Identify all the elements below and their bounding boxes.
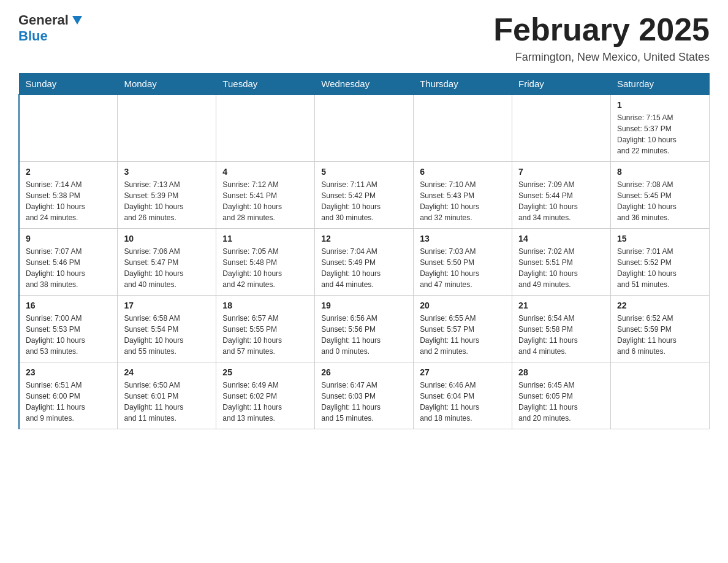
day-info: Sunrise: 7:09 AMSunset: 5:44 PMDaylight:… xyxy=(518,179,604,223)
day-cell: 21Sunrise: 6:54 AMSunset: 5:58 PMDayligh… xyxy=(512,296,611,362)
day-number: 22 xyxy=(617,301,703,310)
day-cell: 19Sunrise: 6:56 AMSunset: 5:56 PMDayligh… xyxy=(315,296,414,362)
day-info: Sunrise: 6:45 AMSunset: 6:05 PMDaylight:… xyxy=(518,380,604,424)
day-cell: 8Sunrise: 7:08 AMSunset: 5:45 PMDaylight… xyxy=(611,162,710,229)
logo-blue-text: Blue xyxy=(18,28,48,44)
title-block: February 2025 Farmington, New Mexico, Un… xyxy=(85,12,710,64)
day-number: 17 xyxy=(124,301,210,310)
day-info: Sunrise: 6:46 AMSunset: 6:04 PMDaylight:… xyxy=(420,380,506,424)
day-info: Sunrise: 7:12 AMSunset: 5:41 PMDaylight:… xyxy=(222,179,308,223)
day-number: 10 xyxy=(124,234,210,243)
calendar-header: SundayMondayTuesdayWednesdayThursdayFrid… xyxy=(19,74,710,95)
day-number: 13 xyxy=(420,234,506,243)
main-title: February 2025 xyxy=(85,12,710,47)
day-cell: 22Sunrise: 6:52 AMSunset: 5:59 PMDayligh… xyxy=(611,296,710,362)
day-info: Sunrise: 7:03 AMSunset: 5:50 PMDaylight:… xyxy=(420,246,506,290)
day-cell: 14Sunrise: 7:02 AMSunset: 5:51 PMDayligh… xyxy=(512,229,611,296)
day-info: Sunrise: 7:08 AMSunset: 5:45 PMDaylight:… xyxy=(617,179,703,223)
day-number: 14 xyxy=(518,234,604,243)
day-cell: 5Sunrise: 7:11 AMSunset: 5:42 PMDaylight… xyxy=(315,162,414,229)
day-info: Sunrise: 6:54 AMSunset: 5:58 PMDaylight:… xyxy=(518,313,604,357)
day-cell xyxy=(611,362,710,429)
page-header: General Blue February 2025 Farmington, N… xyxy=(18,12,710,64)
day-cell: 24Sunrise: 6:50 AMSunset: 6:01 PMDayligh… xyxy=(118,362,216,429)
day-number: 7 xyxy=(518,167,604,177)
day-number: 23 xyxy=(26,367,111,377)
day-number: 2 xyxy=(26,167,111,177)
day-cell: 27Sunrise: 6:46 AMSunset: 6:04 PMDayligh… xyxy=(414,362,512,429)
day-number: 6 xyxy=(420,167,506,177)
day-info: Sunrise: 7:15 AMSunset: 5:37 PMDaylight:… xyxy=(617,112,703,156)
day-number: 4 xyxy=(222,167,308,177)
day-info: Sunrise: 6:58 AMSunset: 5:54 PMDaylight:… xyxy=(124,313,210,357)
header-wednesday: Wednesday xyxy=(315,74,414,95)
day-number: 25 xyxy=(222,367,308,377)
day-cell: 3Sunrise: 7:13 AMSunset: 5:39 PMDaylight… xyxy=(118,162,216,229)
logo-container: General Blue xyxy=(18,12,85,44)
day-cell: 23Sunrise: 6:51 AMSunset: 6:00 PMDayligh… xyxy=(19,362,118,429)
day-number: 12 xyxy=(321,234,407,243)
day-info: Sunrise: 7:04 AMSunset: 5:49 PMDaylight:… xyxy=(321,246,407,290)
day-info: Sunrise: 7:07 AMSunset: 5:46 PMDaylight:… xyxy=(26,246,111,290)
day-number: 26 xyxy=(321,367,407,377)
day-cell: 7Sunrise: 7:09 AMSunset: 5:44 PMDaylight… xyxy=(512,162,611,229)
day-cell: 9Sunrise: 7:07 AMSunset: 5:46 PMDaylight… xyxy=(19,229,118,296)
day-cell: 26Sunrise: 6:47 AMSunset: 6:03 PMDayligh… xyxy=(315,362,414,429)
day-cell: 13Sunrise: 7:03 AMSunset: 5:50 PMDayligh… xyxy=(414,229,512,296)
day-cell xyxy=(414,94,512,162)
day-cell: 1Sunrise: 7:15 AMSunset: 5:37 PMDaylight… xyxy=(611,94,710,162)
day-cell: 28Sunrise: 6:45 AMSunset: 6:05 PMDayligh… xyxy=(512,362,611,429)
header-saturday: Saturday xyxy=(611,74,710,95)
day-cell xyxy=(118,94,216,162)
header-thursday: Thursday xyxy=(414,74,512,95)
day-info: Sunrise: 7:10 AMSunset: 5:43 PMDaylight:… xyxy=(420,179,506,223)
day-info: Sunrise: 6:52 AMSunset: 5:59 PMDaylight:… xyxy=(617,313,703,357)
day-info: Sunrise: 6:56 AMSunset: 5:56 PMDaylight:… xyxy=(321,313,407,357)
day-number: 21 xyxy=(518,301,604,310)
week-row-1: 2Sunrise: 7:14 AMSunset: 5:38 PMDaylight… xyxy=(19,162,710,229)
day-cell xyxy=(512,94,611,162)
day-number: 20 xyxy=(420,301,506,310)
logo-triangle-icon xyxy=(70,13,85,28)
day-number: 9 xyxy=(26,234,111,243)
day-number: 19 xyxy=(321,301,407,310)
day-info: Sunrise: 6:57 AMSunset: 5:55 PMDaylight:… xyxy=(222,313,308,357)
week-row-3: 16Sunrise: 7:00 AMSunset: 5:53 PMDayligh… xyxy=(19,296,710,362)
day-number: 5 xyxy=(321,167,407,177)
day-info: Sunrise: 7:13 AMSunset: 5:39 PMDaylight:… xyxy=(124,179,210,223)
day-info: Sunrise: 6:49 AMSunset: 6:02 PMDaylight:… xyxy=(222,380,308,424)
day-cell: 16Sunrise: 7:00 AMSunset: 5:53 PMDayligh… xyxy=(19,296,118,362)
week-row-0: 1Sunrise: 7:15 AMSunset: 5:37 PMDaylight… xyxy=(19,94,710,162)
day-info: Sunrise: 7:14 AMSunset: 5:38 PMDaylight:… xyxy=(26,179,111,223)
day-number: 27 xyxy=(420,367,506,377)
day-info: Sunrise: 7:05 AMSunset: 5:48 PMDaylight:… xyxy=(222,246,308,290)
week-row-2: 9Sunrise: 7:07 AMSunset: 5:46 PMDaylight… xyxy=(19,229,710,296)
day-info: Sunrise: 7:06 AMSunset: 5:47 PMDaylight:… xyxy=(124,246,210,290)
svg-marker-0 xyxy=(72,16,82,25)
day-cell: 17Sunrise: 6:58 AMSunset: 5:54 PMDayligh… xyxy=(118,296,216,362)
day-cell xyxy=(216,94,315,162)
day-info: Sunrise: 7:00 AMSunset: 5:53 PMDaylight:… xyxy=(26,313,111,357)
day-number: 11 xyxy=(222,234,308,243)
day-info: Sunrise: 6:50 AMSunset: 6:01 PMDaylight:… xyxy=(124,380,210,424)
week-row-4: 23Sunrise: 6:51 AMSunset: 6:00 PMDayligh… xyxy=(19,362,710,429)
day-info: Sunrise: 6:51 AMSunset: 6:00 PMDaylight:… xyxy=(26,380,111,424)
day-number: 8 xyxy=(617,167,703,177)
header-sunday: Sunday xyxy=(19,74,118,95)
day-number: 24 xyxy=(124,367,210,377)
day-cell: 4Sunrise: 7:12 AMSunset: 5:41 PMDaylight… xyxy=(216,162,315,229)
logo-general-text: General xyxy=(18,12,69,28)
location-subtitle: Farmington, New Mexico, United States xyxy=(85,51,710,64)
day-cell: 15Sunrise: 7:01 AMSunset: 5:52 PMDayligh… xyxy=(611,229,710,296)
day-number: 3 xyxy=(124,167,210,177)
header-tuesday: Tuesday xyxy=(216,74,315,95)
day-cell: 20Sunrise: 6:55 AMSunset: 5:57 PMDayligh… xyxy=(414,296,512,362)
day-cell: 25Sunrise: 6:49 AMSunset: 6:02 PMDayligh… xyxy=(216,362,315,429)
day-number: 18 xyxy=(222,301,308,310)
calendar-body: 1Sunrise: 7:15 AMSunset: 5:37 PMDaylight… xyxy=(19,94,710,429)
day-number: 28 xyxy=(518,367,604,377)
day-cell xyxy=(315,94,414,162)
day-info: Sunrise: 6:55 AMSunset: 5:57 PMDaylight:… xyxy=(420,313,506,357)
calendar-table: SundayMondayTuesdayWednesdayThursdayFrid… xyxy=(18,73,710,429)
day-info: Sunrise: 7:01 AMSunset: 5:52 PMDaylight:… xyxy=(617,246,703,290)
